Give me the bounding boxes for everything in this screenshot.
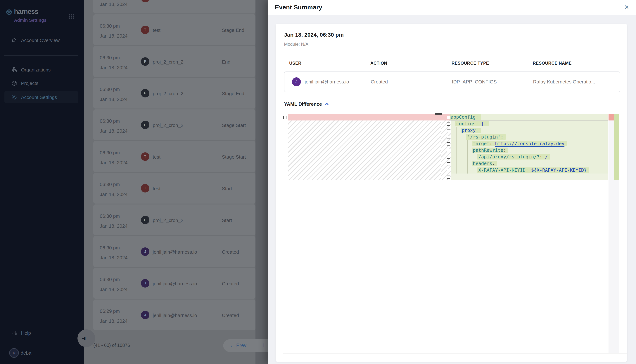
- yaml-code-line: configs: |-: [456, 120, 489, 127]
- close-icon[interactable]: ✕: [624, 4, 629, 11]
- pagination: ← Prev 1: [223, 339, 268, 352]
- gear-icon: [11, 94, 17, 100]
- audit-row[interactable]: 06:30 pm Jan 18, 2024 P proj_2_cron_2 En…: [93, 46, 256, 77]
- yaml-token: :: [490, 141, 495, 146]
- row-time: 06:30 pm: [100, 213, 120, 219]
- yaml-code-line: appConfig:: [451, 114, 481, 120]
- row-date: Jan 18, 2024: [100, 65, 127, 70]
- yaml-token: :: [526, 168, 531, 173]
- row-action: Stage End: [222, 91, 244, 96]
- row-time: 06:30 pm: [100, 182, 120, 187]
- sidebar-item-account-settings[interactable]: Account Settings: [5, 91, 78, 103]
- indent-guide: [462, 134, 462, 140]
- row-user-name: proj_2_cron_2: [153, 218, 183, 223]
- diff-right-line-marker[interactable]: [447, 129, 450, 132]
- column-header-resource-type: RESOURCE TYPE: [452, 61, 489, 66]
- page-number-button[interactable]: 1: [262, 343, 265, 348]
- row-time: 06:30 pm: [100, 118, 120, 124]
- row-avatar: P: [141, 89, 149, 98]
- row-user-name: test: [153, 0, 160, 2]
- audit-row[interactable]: 06:30 pm Jan 18, 2024 P proj_2_cron_2 St…: [93, 78, 256, 108]
- user-avatar[interactable]: D: [9, 348, 19, 358]
- diff-left-line-marker[interactable]: [283, 116, 286, 119]
- audit-row[interactable]: 06:30 pm Jan 18, 2024 P proj_2_cron_2 St…: [93, 204, 256, 235]
- yaml-code-line: proxy:: [462, 127, 481, 134]
- diff-empty-left-pane: [288, 120, 441, 180]
- yaml-token: headers: [473, 161, 492, 166]
- diff-added-empty-line: [451, 174, 608, 180]
- diff-right-line-marker[interactable]: [447, 122, 450, 126]
- audit-row[interactable]: 06:30 pm Jan 18, 2024 J jenil.jain@harne…: [93, 268, 256, 298]
- audit-row[interactable]: 06:30 pm Jan 18, 2024 T test Start: [93, 173, 256, 204]
- column-header-action: ACTION: [370, 61, 387, 66]
- diff-right-line-marker[interactable]: [447, 116, 450, 119]
- pagination-divider: [256, 340, 256, 351]
- yaml-token: pathRewrite: [473, 148, 503, 153]
- yaml-link-value[interactable]: https://console.rafay.dev: [495, 141, 564, 146]
- brand-name: harness: [14, 8, 38, 16]
- sidebar-item-account-overview[interactable]: Account Overview: [5, 34, 78, 46]
- indent-guide: [473, 167, 473, 174]
- event-resource-name: Rafay Kubernetes Operatio...: [533, 79, 595, 85]
- row-avatar: J: [141, 279, 149, 288]
- yaml-token: proxy:: [462, 128, 478, 133]
- audit-row[interactable]: 06:30 pm Jan 18, 2024 T test Stage Start: [93, 141, 256, 172]
- module-grid-icon[interactable]: [68, 13, 75, 20]
- event-table-row[interactable]: J jenil.jain@harness.io Created IDP_APP_…: [284, 72, 620, 92]
- row-date: Jan 18, 2024: [100, 128, 127, 134]
- svg-text:?: ?: [13, 331, 15, 334]
- diff-right-line-marker[interactable]: [447, 136, 450, 139]
- yaml-code-line: pathRewrite:: [473, 147, 508, 154]
- diff-right-line-marker[interactable]: [447, 169, 450, 172]
- yaml-token: appConfig: [451, 114, 476, 120]
- diff-right-line-marker[interactable]: [447, 149, 450, 152]
- row-time: 06:30 pm: [100, 86, 120, 92]
- audit-row[interactable]: 06:29 pm Jan 18, 2024 J jenil.jain@harne…: [93, 300, 256, 330]
- yaml-token: :: [501, 134, 503, 140]
- indent-guide: [467, 147, 468, 154]
- event-user-avatar: J: [292, 77, 301, 86]
- indent-guide: [456, 160, 457, 167]
- audit-row[interactable]: 06:30 pm Jan 18, 2024 T test Stage End: [93, 14, 256, 45]
- yaml-diff-editor[interactable]: appConfig:configs: |-proxy:'/rs-plugin':…: [283, 114, 627, 354]
- sidebar-item-label: Account Settings: [21, 94, 57, 100]
- row-user-name: jenil.jain@harness.io: [153, 249, 197, 255]
- row-user-name: jenil.jain@harness.io: [153, 281, 197, 287]
- diff-right-line-marker[interactable]: [447, 142, 450, 146]
- indent-guide: [467, 154, 468, 160]
- diff-right-line-marker[interactable]: [447, 162, 450, 166]
- sidebar-item-projects[interactable]: Projects: [5, 77, 78, 89]
- row-action: Stage End: [222, 28, 244, 33]
- row-user-name: jenil.jain@harness.io: [153, 312, 197, 318]
- event-action: Created: [371, 79, 388, 85]
- row-time: 06:30 pm: [100, 245, 120, 251]
- sidebar-collapse-handle[interactable]: ◀: [78, 329, 95, 347]
- event-module-label: Module: N/A: [284, 42, 308, 47]
- indent-guide: [462, 154, 462, 160]
- indent-guide: [456, 154, 457, 160]
- diff-pane-divider[interactable]: [441, 114, 441, 353]
- event-user: jenil.jain@harness.io: [305, 79, 349, 85]
- yaml-difference-label: YAML Difference: [284, 101, 322, 107]
- row-user-name: proj_2_cron_2: [153, 59, 183, 65]
- sidebar-item-help[interactable]: ? Help: [5, 327, 78, 339]
- yaml-code-line: target: https://console.rafay.dev: [473, 140, 567, 147]
- diff-right-line-marker[interactable]: [447, 156, 450, 159]
- diff-right-line-marker[interactable]: [447, 176, 450, 179]
- event-resource-type: IDP_APP_CONFIGS: [452, 79, 497, 85]
- yaml-token: :: [492, 161, 495, 166]
- sidebar-item-organizations[interactable]: Organizations: [5, 64, 78, 76]
- row-user-name: test: [153, 28, 160, 33]
- audit-row[interactable]: 06:30 pm Jan 18, 2024 P proj_2_cron_2 St…: [93, 110, 256, 140]
- row-date: Jan 18, 2024: [100, 160, 127, 166]
- audit-row[interactable]: Jan 18, 2024 T test End: [93, 0, 256, 14]
- audit-row[interactable]: 06:30 pm Jan 18, 2024 J jenil.jain@harne…: [93, 236, 256, 267]
- harness-logo-icon: [5, 8, 13, 16]
- row-action: Stage Start: [222, 154, 246, 160]
- prev-page-button[interactable]: ← Prev: [230, 343, 247, 348]
- chevron-up-icon[interactable]: [324, 101, 330, 107]
- row-user-name: test: [153, 186, 160, 192]
- diff-sash-handle[interactable]: [435, 113, 442, 114]
- indent-guide: [456, 127, 457, 134]
- yaml-token: :: [503, 148, 506, 153]
